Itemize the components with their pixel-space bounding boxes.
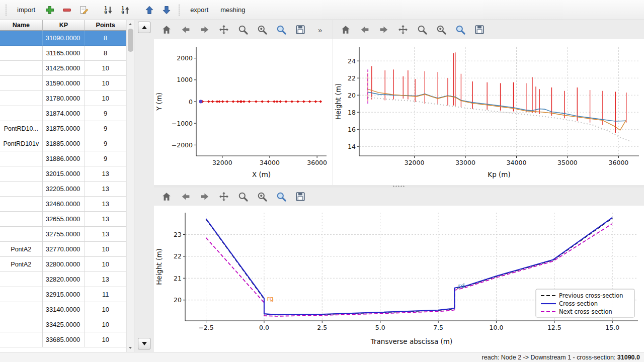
svg-text:2000: 2000 xyxy=(177,54,193,62)
customize-button[interactable] xyxy=(274,189,289,204)
table-row[interactable]: 33425.000010 xyxy=(0,317,126,332)
cell-kp: 32820.0000 xyxy=(43,272,86,287)
table-row[interactable]: PontA232800.000010 xyxy=(0,257,126,272)
table-row[interactable]: 31165.00008 xyxy=(0,46,126,61)
long-profile-canvas[interactable]: 3200033000340003500036000141618202224Kp … xyxy=(333,39,644,185)
home-button[interactable] xyxy=(338,22,353,37)
zoom-button[interactable] xyxy=(235,189,251,204)
svg-text:0: 0 xyxy=(189,98,193,106)
main-toolbar: import1919exportmeshing xyxy=(0,0,644,20)
table-row[interactable]: 33685.000010 xyxy=(0,332,126,347)
cell-kp: 33140.0000 xyxy=(43,302,86,317)
table-row[interactable]: 32205.000013 xyxy=(0,182,126,197)
subplots-button[interactable] xyxy=(434,22,449,37)
nav-down-button[interactable] xyxy=(138,338,150,349)
home-icon xyxy=(340,24,351,35)
table-row[interactable]: 32820.000013 xyxy=(0,272,126,287)
home-button[interactable] xyxy=(159,189,174,204)
column-header-kp[interactable]: KP xyxy=(43,20,86,31)
svg-text:2.5: 2.5 xyxy=(317,324,327,331)
customize-icon xyxy=(455,24,466,35)
subplots-button[interactable] xyxy=(255,189,270,204)
svg-text:1: 1 xyxy=(104,6,107,10)
pan-icon xyxy=(218,24,229,35)
svg-text:15.0: 15.0 xyxy=(605,324,619,331)
sort-descending-button[interactable]: 19 xyxy=(101,3,116,18)
home-button[interactable] xyxy=(159,22,174,37)
table-row[interactable]: 31590.000010 xyxy=(0,76,126,91)
subplots-icon xyxy=(257,24,268,35)
add-cross-section-button[interactable] xyxy=(42,3,57,18)
toolbar-grip xyxy=(6,5,8,16)
forward-button[interactable] xyxy=(197,22,212,37)
next-cross-section-button[interactable] xyxy=(159,3,174,18)
forward-button[interactable] xyxy=(376,22,391,37)
customize-button[interactable] xyxy=(274,22,289,37)
cell-points: 13 xyxy=(85,182,126,197)
save-button[interactable] xyxy=(293,22,308,37)
zoom-button[interactable] xyxy=(415,22,430,37)
cell-kp: 32015.0000 xyxy=(43,166,86,182)
back-button[interactable] xyxy=(178,22,193,37)
cell-name xyxy=(0,182,43,197)
subplots-button[interactable] xyxy=(255,22,270,37)
table-row[interactable]: 31425.000010 xyxy=(0,61,126,76)
column-header-points[interactable]: Points xyxy=(85,20,126,31)
cell-points: 10 xyxy=(85,61,126,76)
svg-text:34000: 34000 xyxy=(507,159,527,166)
scrollbar-down-arrow[interactable] xyxy=(127,344,134,351)
export-button[interactable]: export xyxy=(185,3,213,17)
svg-text:Previous cross-section: Previous cross-section xyxy=(559,292,623,299)
zoom-icon xyxy=(417,24,428,35)
column-header-name[interactable]: Name xyxy=(0,20,43,31)
save-button[interactable] xyxy=(293,189,308,204)
back-button[interactable] xyxy=(178,189,193,204)
cross-section-canvas[interactable]: rgrd−2.50.02.55.07.510.012.515.020212223… xyxy=(154,206,644,352)
zoom-button[interactable] xyxy=(235,22,251,37)
svg-text:32000: 32000 xyxy=(212,159,232,166)
toolbar-grip xyxy=(179,5,181,16)
nav-up-button[interactable] xyxy=(138,22,150,33)
table-row[interactable]: 31090.00008 xyxy=(0,31,126,46)
table-row[interactable]: 32755.000013 xyxy=(0,227,126,242)
toolbar-overflow-indicator[interactable]: » xyxy=(318,26,322,34)
pan-button[interactable] xyxy=(395,22,411,37)
long-profile-pane: 3200033000340003500036000141618202224Kp … xyxy=(333,20,644,185)
svg-text:34000: 34000 xyxy=(260,159,280,166)
import-button[interactable]: import xyxy=(12,3,40,17)
table-row[interactable]: PontA232770.000010 xyxy=(0,242,126,257)
save-button[interactable] xyxy=(472,22,487,37)
table-row[interactable]: PontRD10...31875.00009 xyxy=(0,121,126,136)
scrollbar-thumb[interactable] xyxy=(128,29,133,52)
table-row[interactable]: 32460.000013 xyxy=(0,197,126,212)
table-row[interactable]: 33140.000010 xyxy=(0,302,126,317)
remove-cross-section-button[interactable] xyxy=(59,3,74,18)
table-row[interactable]: 32015.000013 xyxy=(0,166,126,182)
back-button[interactable] xyxy=(357,22,372,37)
pan-button[interactable] xyxy=(216,22,231,37)
edit-cross-section-button[interactable] xyxy=(76,3,92,18)
row-navigation-strip xyxy=(134,20,154,352)
table-row[interactable]: PontRD101v31885.00009 xyxy=(0,136,126,151)
scrollbar-up-arrow[interactable] xyxy=(127,21,134,28)
cell-name xyxy=(0,287,43,302)
svg-text:14: 14 xyxy=(348,143,356,150)
cell-name xyxy=(0,61,43,76)
table-row[interactable]: 31874.00009 xyxy=(0,106,126,121)
table-row[interactable]: 32915.000011 xyxy=(0,287,126,302)
cell-points: 10 xyxy=(85,242,126,257)
previous-cross-section-button[interactable] xyxy=(142,3,157,18)
svg-text:−2000: −2000 xyxy=(172,141,193,149)
table-scrollbar[interactable] xyxy=(126,20,134,352)
table-row[interactable]: 31780.000010 xyxy=(0,91,126,106)
plan-view-canvas[interactable]: 320003400036000−2000−1000010002000X (m)Y… xyxy=(154,39,333,185)
save-icon xyxy=(295,191,306,202)
svg-text:9: 9 xyxy=(121,11,124,15)
pan-button[interactable] xyxy=(216,189,231,204)
meshing-button[interactable]: meshing xyxy=(215,3,250,17)
sort-ascending-button[interactable]: 19 xyxy=(118,3,133,18)
forward-button[interactable] xyxy=(197,189,212,204)
table-row[interactable]: 31886.00009 xyxy=(0,151,126,166)
table-row[interactable]: 32655.000013 xyxy=(0,212,126,227)
customize-button[interactable] xyxy=(453,22,468,37)
